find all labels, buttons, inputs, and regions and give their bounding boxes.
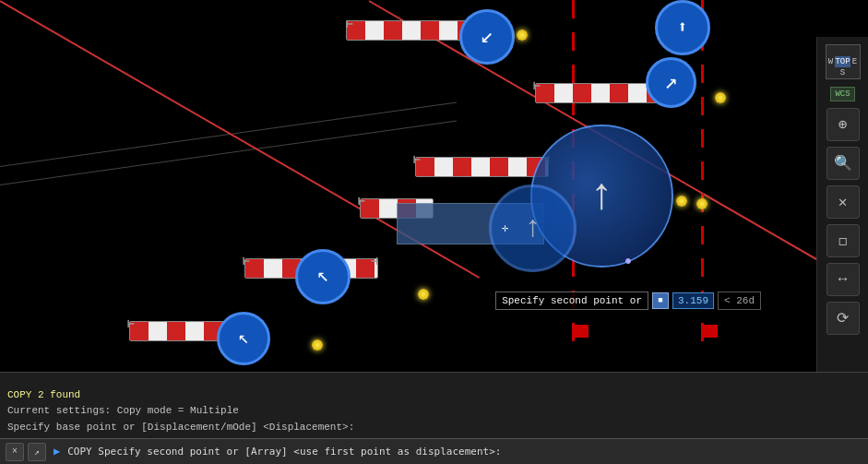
compass-w[interactable]: W (826, 56, 836, 67)
compass-s[interactable]: S (835, 67, 850, 78)
h-pole-3-1: ⊢ (413, 152, 421, 167)
sign-circle-top-1: ↙ (459, 9, 515, 65)
nav-panel: W TOP E S WCS ⊕ 🔍 ✕ ◻ ↔ ⟳ (816, 37, 868, 424)
wcs-label: WCS (830, 87, 854, 101)
command-line: Current settings: Copy mode = Multiple (7, 404, 861, 418)
specify-value[interactable]: 3.159 (672, 292, 714, 309)
specify-input-overlay: Specify second point or ■ 3.159 < 26d (495, 291, 761, 310)
light-top-2 (715, 92, 726, 103)
cmd-close-btn[interactable]: × (6, 443, 24, 461)
red-marker-2 (572, 325, 589, 338)
red-marker-1 (701, 325, 718, 338)
light-mid-2 (312, 339, 323, 351)
command-area: COPY 2 foundCurrent settings: Copy mode … (0, 372, 868, 464)
h-pole-4-1: ⊢ (358, 194, 365, 208)
road-line-1 (0, 101, 457, 167)
nav-tool-reset[interactable]: ⟳ (826, 302, 860, 335)
compass-se (850, 67, 860, 78)
h-pole-top-1: ⊢ (346, 17, 353, 31)
light-mid-1 (418, 289, 429, 300)
compass-ne (850, 45, 860, 56)
compass-box: W TOP E S (826, 44, 861, 79)
h-pole-6-1: ⊢ (127, 316, 135, 331)
nav-tool-orbit[interactable]: ⊕ (826, 108, 860, 141)
command-line: COPY 2 found (7, 388, 861, 402)
nav-tool-zoom[interactable]: 🔍 (826, 147, 860, 180)
light-mid-4 (696, 198, 707, 209)
cmd-prompt-icon: ▶ (54, 445, 60, 458)
specify-label: Specify second point or (495, 291, 648, 310)
compass-nw (826, 45, 836, 56)
command-input-text[interactable]: COPY Specify second point or [Array] <us… (67, 446, 862, 458)
sign-circle-mid-1: ↖ (295, 249, 351, 304)
cmd-expand-btn[interactable]: ↗ (28, 443, 46, 461)
road-line-2 (0, 120, 457, 185)
h-pole-5-2: ⊣ (371, 254, 378, 268)
compass-sw (826, 67, 836, 78)
compass-n (835, 45, 850, 56)
nav-tool-pan[interactable]: ↔ (826, 263, 860, 296)
h-pole-2-1: ⊢ (533, 78, 541, 93)
scene: ⊢ ⊣ ⊢ ⊣ ⊢ ⊣ ⊢ ⊢ ⊣ ⊢ ⊣ ↙ ↗ ⬆ (0, 0, 816, 424)
canvas-viewport[interactable]: ⊢ ⊣ ⊢ ⊣ ⊢ ⊣ ⊢ ⊢ ⊣ ⊢ ⊣ ↙ ↗ ⬆ (0, 0, 816, 424)
sign-circle-top-3: ⬆ (655, 0, 710, 55)
command-lines: COPY 2 foundCurrent settings: Copy mode … (0, 373, 868, 438)
specify-extra: < 26d (718, 291, 761, 310)
h-pole-5-1: ⊢ (243, 254, 250, 268)
nav-tool-close[interactable]: ✕ (826, 185, 860, 219)
sign-circle-top-2: ↗ (646, 57, 696, 108)
sign-circle-mid-2: ↖ (217, 312, 270, 365)
light-top-1 (517, 30, 528, 41)
compass-area: W TOP E S (826, 41, 861, 83)
snap-marker (625, 258, 631, 264)
barrier-mid-1 (415, 157, 549, 177)
compass-e[interactable]: E (850, 56, 860, 67)
crosshair-cursor: ✛ (502, 221, 508, 235)
nav-tool-box[interactable]: ◻ (826, 224, 860, 257)
specify-icon: ■ (652, 292, 669, 309)
command-line: Specify base point or [Displacement/mOde… (7, 421, 861, 434)
cmd-icons-group: × ↗ (6, 443, 46, 461)
light-mid-3 (676, 196, 687, 207)
compass-top[interactable]: TOP (835, 56, 850, 67)
command-input-bar[interactable]: × ↗ ▶ COPY Specify second point or [Arra… (0, 438, 868, 464)
